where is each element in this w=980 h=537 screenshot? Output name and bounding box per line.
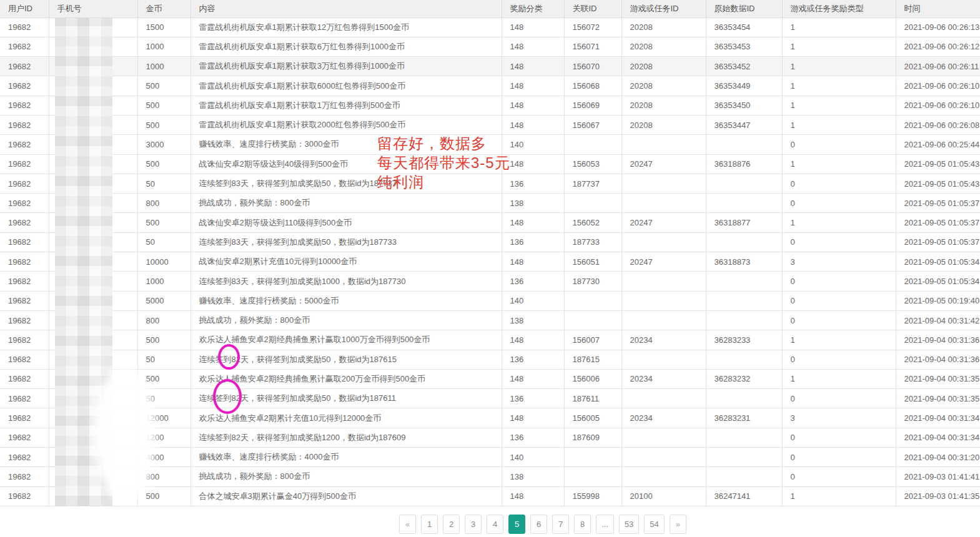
column-header-reward_type: 游戏或任务奖励类型 — [782, 0, 896, 17]
cell-origin_id: 36353450 — [706, 96, 782, 115]
cell-phone — [49, 76, 137, 96]
cell-coins: 500 — [137, 154, 191, 174]
column-header-coins: 金币 — [137, 0, 191, 17]
page-button-5[interactable]: 5 — [508, 515, 525, 534]
cell-origin_id: 36318873 — [706, 252, 782, 272]
cell-category: 138 — [502, 467, 564, 486]
column-header-origin_id: 原始数据ID — [706, 0, 782, 17]
cell-task_id — [621, 291, 706, 310]
cell-content: 连续签到82天，获得签到加成奖励1200，数据id为187609 — [191, 428, 502, 447]
cell-related_id: 187611 — [564, 389, 621, 408]
page-button-1[interactable]: 1 — [421, 515, 438, 534]
page-button-7[interactable]: 7 — [552, 515, 569, 534]
cell-related_id: 155998 — [564, 486, 621, 506]
cell-phone — [49, 135, 137, 154]
cell-content: 挑战成功，额外奖励：800金币 — [191, 194, 502, 213]
page-button-3[interactable]: 3 — [465, 515, 482, 534]
cell-user_id: 19682 — [0, 96, 49, 115]
page-button-6[interactable]: 6 — [530, 515, 547, 534]
table-row: 1968250连续签到82天，获得签到加成奖励50，数据id为187611136… — [0, 389, 980, 408]
next-page-button[interactable]: » — [670, 515, 686, 534]
table-row: 19682800挑战成功，额外奖励：800金币13802021-09-04 00… — [0, 310, 980, 330]
cell-task_id: 20100 — [621, 486, 706, 506]
cell-reward_type: 1 — [782, 154, 896, 174]
cell-coins: 800 — [137, 194, 191, 213]
cell-user_id: 19682 — [0, 486, 49, 506]
cell-coins: 500 — [137, 115, 191, 134]
cell-category: 138 — [502, 194, 564, 213]
cell-origin_id: 36353454 — [706, 17, 782, 37]
cell-category: 148 — [502, 37, 564, 56]
cell-origin_id — [706, 448, 782, 467]
cell-time: 2021-09-06 00:26:10 — [896, 76, 980, 96]
cell-content: 连续签到83天，获得签到加成奖励1000，数据id为187730 — [191, 272, 502, 291]
cell-time: 2021-09-04 00:31:35 — [896, 389, 980, 408]
cell-reward_type: 0 — [782, 310, 896, 330]
cell-related_id — [564, 291, 621, 310]
cell-reward_type: 0 — [782, 291, 896, 310]
pagination: «12345678...5354» — [399, 515, 980, 534]
cell-content: 雷霆战机街机版安卓1期累计获取6000红包券得到500金币 — [191, 76, 502, 96]
table-row: 196824000赚钱效率、速度排行榜奖励：4000金币14002021-09-… — [0, 448, 980, 467]
cell-task_id — [621, 174, 706, 193]
cell-content: 赚钱效率、速度排行榜奖励：5000金币 — [191, 291, 502, 310]
page-button-54[interactable]: 54 — [644, 515, 664, 534]
cell-time: 2021-09-05 00:19:40 — [896, 291, 980, 310]
cell-time: 2021-09-06 00:26:08 — [896, 115, 980, 134]
cell-phone — [49, 272, 137, 291]
table-row: 19682800挑战成功，额外奖励：800金币13802021-09-03 01… — [0, 467, 980, 486]
cell-origin_id — [706, 428, 782, 447]
cell-phone — [49, 232, 137, 252]
page-button-4[interactable]: 4 — [487, 515, 503, 534]
cell-content: 连续签到82天，获得签到加成奖励50，数据id为187615 — [191, 350, 502, 369]
cell-phone — [49, 291, 137, 310]
cell-related_id — [564, 310, 621, 330]
cell-time: 2021-09-06 00:26:10 — [896, 96, 980, 115]
prev-page-button[interactable]: « — [399, 515, 416, 534]
cell-task_id: 20208 — [621, 76, 706, 96]
cell-coins: 800 — [137, 467, 191, 486]
cell-time: 2021-09-06 00:26:11 — [896, 57, 980, 76]
table-row: 1968250连续签到83天，获得签到加成奖励50，数据id为187737136… — [0, 174, 980, 193]
page-button-2[interactable]: 2 — [443, 515, 460, 534]
cell-reward_type: 1 — [782, 369, 896, 388]
cell-coins: 1000 — [137, 37, 191, 56]
page-button-53[interactable]: 53 — [619, 515, 639, 534]
cell-task_id — [621, 428, 706, 447]
cell-time: 2021-09-05 01:05:37 — [896, 213, 980, 232]
cell-content: 挑战成功，额外奖励：800金币 — [191, 467, 502, 486]
cell-origin_id: 36283231 — [706, 408, 782, 428]
cell-time: 2021-09-05 01:05:43 — [896, 174, 980, 193]
cell-content: 合体之城安卓3期累计赢金40万得到500金币 — [191, 486, 502, 506]
cell-user_id: 19682 — [0, 448, 49, 467]
cell-user_id: 19682 — [0, 350, 49, 369]
table-row: 1968250连续签到82天，获得签到加成奖励50，数据id为187615136… — [0, 350, 980, 369]
cell-coins: 50 — [137, 232, 191, 252]
cell-task_id: 20208 — [621, 37, 706, 56]
cell-category: 148 — [502, 330, 564, 350]
cell-task_id: 20208 — [621, 17, 706, 37]
cell-task_id: 20247 — [621, 252, 706, 272]
cell-origin_id — [706, 232, 782, 252]
column-header-category: 奖励分类 — [502, 0, 564, 17]
cell-coins: 12000 — [137, 408, 191, 428]
cell-related_id — [564, 467, 621, 486]
cell-category: 148 — [502, 213, 564, 232]
cell-task_id — [621, 448, 706, 467]
cell-origin_id: 36353453 — [706, 37, 782, 56]
cell-user_id: 19682 — [0, 389, 49, 408]
cell-origin_id — [706, 135, 782, 154]
cell-phone — [49, 213, 137, 232]
cell-category: 148 — [502, 408, 564, 428]
cell-task_id — [621, 350, 706, 369]
cell-category: 136 — [502, 428, 564, 447]
cell-user_id: 19682 — [0, 174, 49, 193]
page-button-8[interactable]: 8 — [574, 515, 591, 534]
cell-task_id — [621, 194, 706, 213]
cell-related_id: 156007 — [564, 330, 621, 350]
cell-origin_id: 36283232 — [706, 369, 782, 388]
cell-reward_type: 0 — [782, 194, 896, 213]
cell-time: 2021-09-03 01:41:35 — [896, 486, 980, 506]
cell-category: 148 — [502, 369, 564, 388]
cell-user_id: 19682 — [0, 194, 49, 213]
